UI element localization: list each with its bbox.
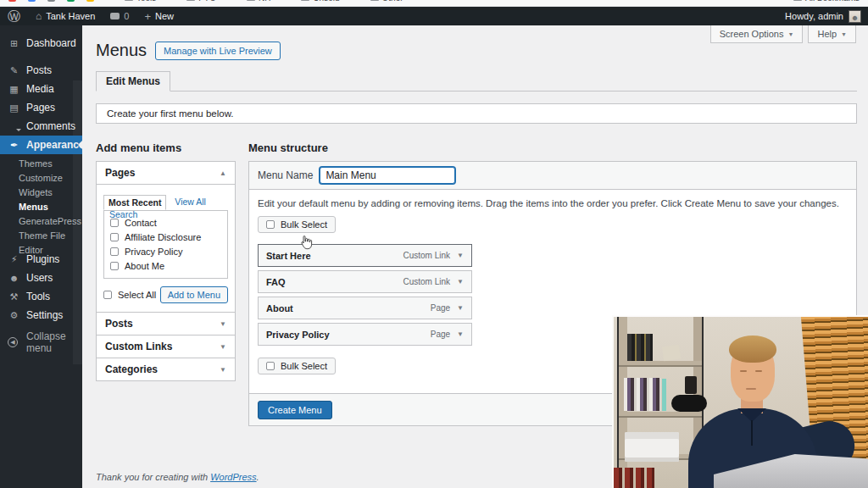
add-to-menu-button[interactable]: Add to Menu [160,286,228,303]
custom-links-title: Custom Links [105,341,172,352]
tab-most-recent[interactable]: Most Recent [103,195,166,210]
site-name-menu[interactable]: ⌂ Tank Haven [28,7,103,25]
sidebar-item-plugins[interactable]: ⚡Plugins [0,250,82,269]
admin-footer-text: Thank you for creating with WordPress. [96,472,259,482]
folder-icon [125,0,133,1]
chevron-down-icon[interactable]: ▼ [457,278,464,286]
sidebar-item-posts[interactable]: ✎Posts [0,61,82,80]
page-title: Menus [96,41,147,60]
sidebar-item-tools[interactable]: ⚒Tools [0,287,82,306]
footer-text: Thank you for creating with [96,472,208,482]
menu-name-input[interactable] [320,167,455,184]
menu-item-type: Page [431,303,450,313]
comment-count: 0 [124,11,129,21]
shirt-placket [751,420,753,446]
submenu-item-menus[interactable]: Menus [0,200,82,214]
person-eye [740,370,747,372]
select-all-checkbox[interactable] [103,291,112,299]
select-all-label: Select All [118,290,156,300]
submenu-item-theme-file-editor[interactable]: Theme File Editor [0,229,82,243]
favicon[interactable] [86,0,94,2]
create-menu-button[interactable]: Create Menu [258,401,332,419]
add-menu-items-heading: Add menu items [96,141,236,154]
sidebar-item-label: Settings [26,309,63,321]
menu-item-start-here[interactable]: Start Here Custom Link▼ [258,244,472,267]
bookmark-folder[interactable]: FYO [186,0,216,3]
sidebar-item-label: Media [26,83,54,95]
bookmark-folder[interactable]: Tools [125,0,156,3]
bulk-select-label: Bulk Select [281,361,327,371]
collapse-menu-button[interactable]: ◀Collapse menu [0,333,82,352]
sidebar-item-pages[interactable]: ▤Pages [0,98,82,117]
sidebar-item-label: Plugins [26,253,59,265]
checkbox[interactable] [110,262,119,270]
page-checkbox-row: Contact [110,218,221,228]
bookmark-folder[interactable]: Unsold [301,0,339,3]
all-bookmarks-button[interactable]: All Bookmarks [793,0,860,6]
bookmark-folder[interactable]: NH [247,0,270,3]
submenu-item-widgets[interactable]: Widgets [0,186,82,200]
pages-accordion-header[interactable]: Pages ▲ [97,162,235,184]
menu-item-about[interactable]: About Page▼ [258,297,472,319]
tab-edit-menus[interactable]: Edit Menus [96,71,170,92]
favicon[interactable] [28,0,36,2]
menu-item-type: Page [431,330,450,339]
avatar[interactable]: ☻ [849,10,861,23]
chevron-down-icon[interactable]: ▼ [457,252,464,259]
bulk-select-label: Bulk Select [281,219,327,230]
chevron-down-icon[interactable]: ▼ [457,330,464,338]
chevron-down-icon[interactable]: ▼ [457,304,464,312]
bulk-select-toggle[interactable]: Bulk Select [258,216,336,233]
new-content-menu[interactable]: + New [136,7,181,25]
checkbox-label: About Me [125,261,164,271]
bulk-select-toggle-bottom[interactable]: Bulk Select [258,358,336,374]
sidebar-item-dashboard[interactable]: ⊞Dashboard [0,34,82,53]
sidebar-item-media[interactable]: ▦Media [0,80,82,98]
help-button[interactable]: Help▼ [808,25,856,43]
favicon[interactable] [67,0,75,2]
posts-accordion-header[interactable]: Posts▼ [97,313,235,335]
favicon[interactable] [47,0,55,2]
checkbox[interactable] [110,219,119,227]
favicon[interactable] [8,0,16,2]
sidebar-item-label: Users [26,272,53,284]
webcam-overlay [612,315,868,488]
bookmark-label: Tools [136,0,156,3]
wp-logo-menu[interactable]: Ⓦ [0,7,28,25]
screen-options-button[interactable]: Screen Options▼ [710,25,804,43]
book-leaning [662,345,681,362]
comments-icon [8,121,19,131]
menu-item-type: Custom Link [403,277,451,286]
wp-admin-bar: Ⓦ ⌂ Tank Haven 0 + New Howdy, admin ☻ [0,7,868,25]
tab-view-all[interactable]: View All [175,197,206,207]
checkbox-label: Affiliate Disclosure [125,232,201,242]
submenu-item-customize[interactable]: Customize [0,171,82,186]
sidebar-item-settings[interactable]: ⚙Settings [0,306,82,324]
wordpress-link[interactable]: WordPress [210,472,256,482]
custom-links-accordion-header[interactable]: Custom Links▼ [97,336,235,358]
manage-live-preview-button[interactable]: Manage with Live Preview [155,42,281,60]
bulk-select-checkbox[interactable] [266,362,275,370]
bookmark-folder[interactable]: Other [370,0,403,3]
comments-menu[interactable]: 0 [103,7,136,25]
create-menu-notice: Create your first menu below. [96,103,857,124]
sidebar-item-comments[interactable]: Comments [0,117,82,136]
checkbox[interactable] [110,233,119,241]
bookmark-label: Other [382,0,403,3]
appearance-submenu: Themes Customize Widgets Menus GenerateP… [0,154,82,250]
categories-accordion-header[interactable]: Categories▼ [97,358,235,380]
submenu-item-themes[interactable]: Themes [0,157,82,171]
howdy-label[interactable]: Howdy, admin [785,11,843,21]
chevron-down-icon: ▼ [220,320,226,328]
submenu-item-generatepress[interactable]: GeneratePress [0,214,82,229]
menu-item-privacy-policy[interactable]: Privacy Policy Page▼ [258,323,472,346]
checkbox[interactable] [110,247,119,256]
menu-item-label: Privacy Policy [266,330,330,340]
bulk-select-checkbox[interactable] [266,220,275,229]
page-checkbox-row: About Me [110,261,221,271]
appearance-icon: ✒ [8,140,19,151]
sidebar-item-appearance[interactable]: ✒Appearance [0,136,82,154]
menu-item-faq[interactable]: FAQ Custom Link▼ [258,270,472,293]
sidebar-item-users[interactable]: ☻Users [0,269,82,287]
comment-bubble-icon [110,13,120,19]
